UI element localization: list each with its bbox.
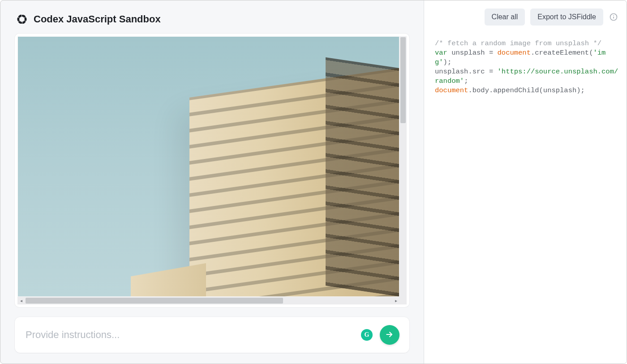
code-token: unsplash.src =	[435, 68, 498, 76]
prompt-bar: G	[15, 317, 409, 353]
scrollbar-corner	[399, 297, 407, 304]
code-token: .createElement(	[531, 49, 593, 57]
code-token: /* fetch a random image from unsplash */	[435, 39, 601, 47]
code-token: unsplash =	[447, 49, 498, 57]
preview-image-building	[189, 68, 399, 297]
vertical-scrollbar[interactable]	[399, 36, 407, 297]
submit-button[interactable]	[380, 325, 399, 345]
horizontal-scrollbar-thumb[interactable]	[26, 298, 283, 304]
page-title: Codex JavaScript Sandbox	[34, 13, 161, 25]
openai-logo-icon	[16, 13, 28, 26]
horizontal-scrollbar[interactable]	[25, 297, 392, 304]
preview-iframe[interactable]: ◂ ▸	[17, 36, 407, 304]
code-token: var	[435, 49, 447, 57]
clear-all-button[interactable]: Clear all	[485, 9, 525, 26]
info-icon[interactable]	[609, 12, 618, 22]
code-token: document	[435, 86, 468, 94]
vertical-scrollbar-down[interactable]	[399, 291, 407, 297]
code-token: document	[498, 49, 531, 57]
instructions-input[interactable]	[25, 329, 354, 341]
code-editor[interactable]: /* fetch a random image from unsplash */…	[435, 39, 618, 95]
right-pane: Clear all Export to JSFiddle /* fetch a …	[424, 0, 627, 364]
svg-point-3	[613, 15, 614, 16]
app-window: Codex JavaScript Sandbox ◂	[0, 0, 627, 364]
export-jsfiddle-button[interactable]: Export to JSFiddle	[530, 9, 603, 26]
arrow-right-icon	[385, 330, 394, 340]
code-token: .body.appendChild(unsplash);	[468, 86, 584, 94]
grammarly-badge-icon[interactable]: G	[361, 329, 373, 341]
code-token: ;	[464, 77, 468, 85]
preview-card: ◂ ▸	[15, 34, 409, 307]
hscroll-left-button[interactable]: ◂	[17, 297, 25, 304]
hscroll-right-button[interactable]: ▸	[392, 297, 399, 304]
code-token: );	[443, 58, 452, 66]
header: Codex JavaScript Sandbox	[16, 13, 409, 26]
vertical-scrollbar-thumb[interactable]	[400, 37, 406, 123]
right-toolbar: Clear all Export to JSFiddle	[435, 9, 618, 26]
left-pane: Codex JavaScript Sandbox ◂	[0, 0, 424, 364]
preview-viewport[interactable]	[17, 36, 399, 297]
